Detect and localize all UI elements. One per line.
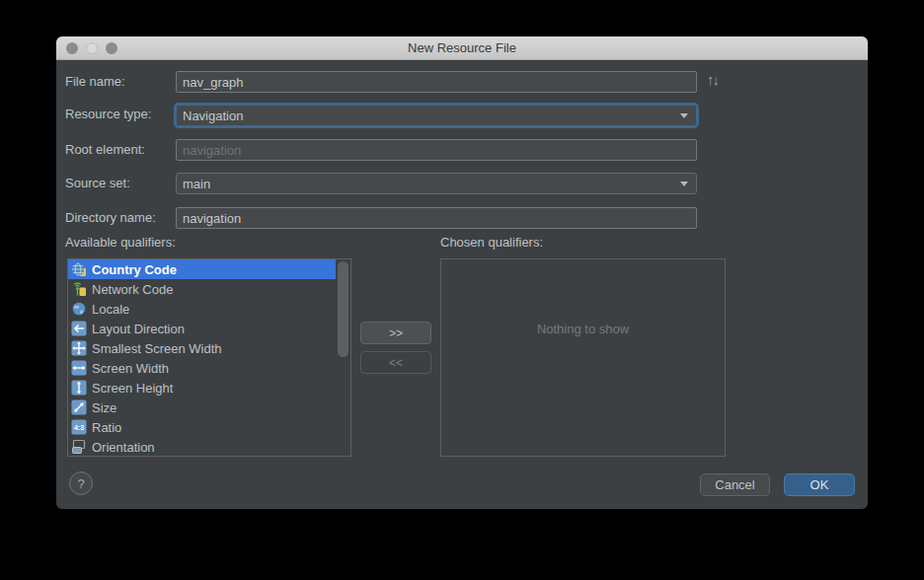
list-item-layout-direction[interactable]: Layout Direction: [68, 319, 336, 338]
list-item-country-code[interactable]: Country Code: [68, 259, 336, 279]
resource-type-value: Navigation: [183, 109, 243, 123]
list-item-label: Layout Direction: [92, 322, 185, 336]
chosen-qualifiers-label: Chosen qualifiers:: [440, 235, 543, 250]
move-left-button[interactable]: <<: [360, 351, 431, 374]
ok-button[interactable]: OK: [784, 473, 855, 496]
available-qualifiers-list[interactable]: Country Code Network Code Locale Layout …: [67, 258, 351, 457]
root-element-label: Root element:: [65, 142, 145, 157]
list-item-label: Smallest Screen Width: [92, 341, 222, 356]
traffic-lights: [66, 42, 117, 54]
list-item-label: Screen Width: [92, 361, 169, 376]
list-item-screen-width[interactable]: Screen Width: [68, 358, 336, 378]
screen-height-icon: [71, 380, 87, 396]
root-element-input[interactable]: [176, 139, 697, 161]
list-item-label: Locale: [92, 302, 129, 317]
directory-name-label: Directory name:: [65, 210, 156, 225]
svg-text:4:3: 4:3: [74, 424, 84, 431]
chevron-down-icon: [680, 181, 688, 186]
smallest-screen-width-icon: [71, 340, 87, 356]
cancel-button[interactable]: Cancel: [700, 473, 770, 496]
close-window-icon[interactable]: [66, 42, 78, 54]
source-set-value: main: [183, 177, 210, 191]
desktop-background: New Resource File File name: Resource ty…: [0, 0, 924, 580]
help-button[interactable]: ?: [69, 471, 93, 495]
empty-state-text: Nothing to show: [441, 322, 725, 336]
country-code-icon: [71, 261, 87, 277]
chosen-qualifiers-panel[interactable]: Nothing to show: [440, 258, 726, 457]
list-item-label: Ratio: [92, 420, 121, 435]
minimize-window-icon[interactable]: [86, 42, 98, 54]
layout-direction-icon: [71, 321, 87, 336]
resource-type-label: Resource type:: [65, 107, 151, 121]
list-item-ratio[interactable]: 4:3 Ratio: [68, 417, 336, 437]
list-item-locale[interactable]: Locale: [68, 299, 336, 319]
sort-arrows-icon[interactable]: [707, 71, 718, 88]
move-right-button[interactable]: >>: [360, 322, 431, 344]
list-item-size[interactable]: Size: [68, 398, 336, 417]
list-item-orientation[interactable]: Orientation: [68, 437, 336, 457]
title-bar[interactable]: New Resource File: [56, 36, 868, 60]
screen-width-icon: [71, 360, 87, 376]
ratio-icon: 4:3: [71, 419, 87, 435]
source-set-label: Source set:: [65, 176, 130, 190]
source-set-dropdown[interactable]: main: [176, 173, 697, 194]
list-item-label: Screen Height: [92, 381, 173, 396]
chevron-down-icon: [680, 113, 688, 118]
resource-type-dropdown[interactable]: Navigation: [176, 105, 697, 126]
list-item-screen-height[interactable]: Screen Height: [68, 378, 336, 398]
new-resource-file-dialog: New Resource File File name: Resource ty…: [56, 36, 868, 509]
orientation-icon: [71, 439, 87, 455]
size-icon: [71, 399, 87, 415]
directory-name-input[interactable]: [176, 207, 697, 229]
list-scrollbar[interactable]: [338, 261, 348, 357]
list-item-label: Network Code: [92, 282, 173, 297]
file-name-input[interactable]: [176, 71, 697, 93]
file-name-label: File name:: [65, 74, 125, 89]
list-item-label: Country Code: [92, 262, 177, 277]
window-title: New Resource File: [408, 40, 516, 55]
list-item-label: Size: [92, 400, 116, 415]
locale-icon: [71, 301, 87, 317]
list-item-smallest-screen-width[interactable]: Smallest Screen Width: [68, 338, 336, 358]
list-item-label: Orientation: [92, 440, 155, 455]
network-code-icon: [71, 281, 87, 297]
zoom-window-icon[interactable]: [106, 42, 117, 54]
available-qualifiers-label: Available qualifiers:: [65, 235, 176, 250]
list-item-network-code[interactable]: Network Code: [68, 279, 336, 299]
